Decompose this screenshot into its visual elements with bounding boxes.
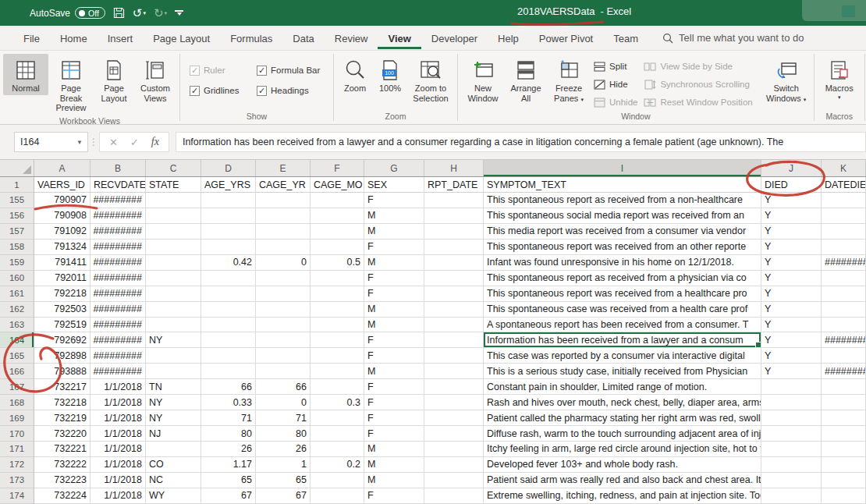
cell-I160[interactable]: This spontaneous report as received from… bbox=[484, 271, 761, 286]
cell-A164[interactable]: 792692 bbox=[34, 332, 91, 348]
field-I[interactable]: SYMPTOM_TEXT bbox=[484, 177, 761, 193]
cell-K160[interactable] bbox=[822, 271, 866, 286]
tab-data[interactable]: Data bbox=[282, 27, 324, 49]
cell-F159[interactable]: 0.5 bbox=[311, 255, 364, 271]
column-header-J[interactable]: J bbox=[761, 160, 822, 176]
cell-I161[interactable]: This spontaneous report was received fro… bbox=[484, 286, 761, 302]
cell-K157[interactable] bbox=[822, 224, 866, 240]
tab-help[interactable]: Help bbox=[488, 27, 529, 49]
cell-G170[interactable]: F bbox=[364, 426, 424, 442]
cell-B160[interactable]: ######### bbox=[91, 271, 146, 286]
tell-me-box[interactable]: Tell me what you want to do bbox=[662, 32, 804, 44]
field-J[interactable]: DIED bbox=[761, 177, 822, 193]
cell-B167[interactable]: 1/1/2018 bbox=[91, 379, 146, 395]
cell-D161[interactable] bbox=[201, 286, 256, 302]
row-header-169[interactable]: 169 bbox=[0, 410, 34, 426]
cell-K165[interactable] bbox=[822, 348, 866, 364]
cell-A158[interactable]: 791324 bbox=[34, 240, 91, 255]
cell-E155[interactable] bbox=[256, 193, 311, 208]
column-header-D[interactable]: D bbox=[201, 160, 256, 176]
cell-F166[interactable] bbox=[311, 364, 364, 379]
tab-formulas[interactable]: Formulas bbox=[220, 27, 282, 49]
cell-B171[interactable]: 1/1/2018 bbox=[91, 442, 146, 457]
cell-K159[interactable]: ######## bbox=[822, 255, 866, 271]
cell-E158[interactable] bbox=[256, 240, 311, 255]
cell-E157[interactable] bbox=[256, 224, 311, 240]
enter-icon[interactable]: ✓ bbox=[130, 137, 139, 148]
select-all-button[interactable] bbox=[0, 160, 34, 176]
cell-E167[interactable]: 66 bbox=[256, 379, 311, 395]
cell-G157[interactable]: M bbox=[364, 224, 424, 240]
redo-button[interactable]: ↻▾ bbox=[154, 7, 167, 19]
cell-B169[interactable]: 1/1/2018 bbox=[91, 410, 146, 426]
cell-J174[interactable] bbox=[761, 488, 822, 504]
cell-A169[interactable]: 732219 bbox=[34, 410, 91, 426]
cell-K168[interactable] bbox=[822, 395, 866, 410]
cell-J172[interactable] bbox=[761, 457, 822, 473]
cell-B174[interactable]: 1/1/2018 bbox=[91, 488, 146, 504]
cell-G165[interactable]: F bbox=[364, 348, 424, 364]
cell-D172[interactable]: 1.17 bbox=[201, 457, 256, 473]
row-header-163[interactable]: 163 bbox=[0, 318, 34, 333]
cell-B156[interactable]: ######### bbox=[91, 208, 146, 224]
row-header-172[interactable]: 172 bbox=[0, 457, 34, 473]
cell-C171[interactable] bbox=[146, 442, 201, 457]
cell-F164[interactable] bbox=[311, 332, 364, 348]
cell-H172[interactable] bbox=[424, 457, 484, 473]
save-button[interactable] bbox=[113, 7, 125, 19]
cell-D164[interactable] bbox=[201, 332, 256, 348]
cell-F167[interactable] bbox=[311, 379, 364, 395]
cell-H155[interactable] bbox=[424, 193, 484, 208]
cell-J156[interactable]: Y bbox=[761, 208, 822, 224]
cell-H158[interactable] bbox=[424, 240, 484, 255]
cell-C168[interactable]: NY bbox=[146, 395, 201, 410]
cell-G167[interactable]: F bbox=[364, 379, 424, 395]
cell-K161[interactable] bbox=[822, 286, 866, 302]
cell-G159[interactable]: M bbox=[364, 255, 424, 271]
cell-E159[interactable]: 0 bbox=[256, 255, 311, 271]
cell-J167[interactable] bbox=[761, 379, 822, 395]
cell-G162[interactable]: M bbox=[364, 302, 424, 318]
cell-J163[interactable]: Y bbox=[761, 318, 822, 333]
cell-K169[interactable] bbox=[822, 410, 866, 426]
row-header-157[interactable]: 157 bbox=[0, 224, 34, 240]
row-header-160[interactable]: 160 bbox=[0, 271, 34, 286]
cell-I171[interactable]: Itchy feeling in arm, large red circle a… bbox=[484, 442, 761, 457]
cell-I173[interactable]: Patient said arm was really red and also… bbox=[484, 473, 761, 488]
cell-I159[interactable]: Infant was found unresponsive in his hom… bbox=[484, 255, 761, 271]
headings-checkbox[interactable]: ✓ Headings bbox=[257, 86, 324, 96]
macros-button[interactable]: Macros ▾ bbox=[818, 54, 861, 102]
cell-E156[interactable] bbox=[256, 208, 311, 224]
tab-view[interactable]: View bbox=[378, 27, 421, 49]
cell-D163[interactable] bbox=[201, 318, 256, 333]
cell-K172[interactable] bbox=[822, 457, 866, 473]
insert-function-icon[interactable]: fx bbox=[151, 136, 159, 148]
cell-K156[interactable] bbox=[822, 208, 866, 224]
cell-I167[interactable]: Constant pain in shoulder, Limited range… bbox=[484, 379, 761, 395]
cell-E173[interactable]: 65 bbox=[256, 473, 311, 488]
cell-I157[interactable]: This media report was received from a co… bbox=[484, 224, 761, 240]
field-H[interactable]: RPT_DATE bbox=[424, 177, 484, 193]
autosave-toggle[interactable]: AutoSave Off bbox=[30, 7, 105, 19]
cell-K170[interactable] bbox=[822, 426, 866, 442]
switch-windows-button[interactable]: Switch Windows ▾ bbox=[762, 54, 811, 105]
cell-F172[interactable]: 0.2 bbox=[311, 457, 364, 473]
cell-A168[interactable]: 732218 bbox=[34, 395, 91, 410]
cell-C172[interactable]: CO bbox=[146, 457, 201, 473]
cell-A159[interactable]: 791411 bbox=[34, 255, 91, 271]
cell-B170[interactable]: 1/1/2018 bbox=[91, 426, 146, 442]
row-header-1[interactable]: 1 bbox=[0, 177, 34, 193]
cell-K164[interactable]: ######## bbox=[822, 332, 866, 348]
cell-F158[interactable] bbox=[311, 240, 364, 255]
reset-window-position-button[interactable]: Reset Window Position bbox=[644, 94, 752, 110]
cell-A174[interactable]: 732224 bbox=[34, 488, 91, 504]
field-K[interactable]: DATEDIED bbox=[822, 177, 866, 193]
cell-C162[interactable] bbox=[146, 302, 201, 318]
cell-D174[interactable]: 67 bbox=[201, 488, 256, 504]
cell-B166[interactable]: ######### bbox=[91, 364, 146, 379]
cell-E170[interactable]: 80 bbox=[256, 426, 311, 442]
cell-F168[interactable]: 0.3 bbox=[311, 395, 364, 410]
formula-bar-splitter[interactable]: ⋮ bbox=[88, 137, 99, 147]
cell-A166[interactable]: 793888 bbox=[34, 364, 91, 379]
cell-K162[interactable] bbox=[822, 302, 866, 318]
